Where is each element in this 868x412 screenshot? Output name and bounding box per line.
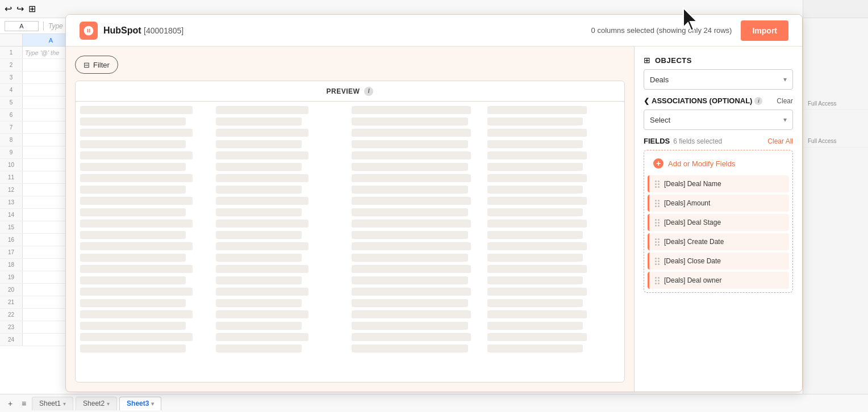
associations-dropdown[interactable]: Select ▾ <box>644 110 793 130</box>
cell-reference[interactable]: A <box>5 21 39 31</box>
preview-label-bar: PREVIEW i <box>76 81 624 102</box>
field-label-create-date: [Deals] Create Date <box>664 238 783 246</box>
objects-title: OBJECTS <box>655 56 692 65</box>
row-number: 1 <box>0 47 23 58</box>
preview-skeleton <box>487 265 587 273</box>
preview-skeleton <box>80 231 186 239</box>
preview-skeleton <box>216 265 308 273</box>
filter-bar: ⊟ Filter <box>75 56 625 74</box>
preview-skeleton <box>80 276 186 284</box>
preview-skeleton <box>216 333 308 341</box>
undo-icon[interactable]: ↩ <box>5 3 12 14</box>
tab-sheet2[interactable]: Sheet2 ▾ <box>76 397 117 410</box>
drag-handle-deal-owner[interactable] <box>655 277 660 284</box>
add-icon: + <box>653 158 663 169</box>
row-number: 3 <box>0 72 23 83</box>
objects-dropdown-value: Deals <box>650 75 669 84</box>
field-label-close-date: [Deals] Close Date <box>664 257 783 265</box>
preview-skeleton <box>216 117 302 125</box>
preview-skeleton <box>80 322 186 330</box>
grid-icon[interactable]: ⊞ <box>28 3 36 14</box>
associations-section: ❮ ASSOCIATIONS (OPTIONAL) i Clear Select… <box>644 96 793 130</box>
associations-info-icon[interactable]: i <box>754 97 762 105</box>
fields-clear-all-link[interactable]: Clear All <box>767 137 793 145</box>
preview-info-icon[interactable]: i <box>364 87 373 96</box>
drag-handle-create-date[interactable] <box>655 238 660 246</box>
row-number: 13 <box>0 196 23 208</box>
preview-skeleton <box>352 140 468 148</box>
columns-info: 0 columns selected (showing only 24 rows… <box>591 26 732 35</box>
preview-skeleton <box>216 163 302 171</box>
preview-skeleton <box>80 254 186 262</box>
row-number: 22 <box>0 309 23 321</box>
add-sheet-button[interactable]: + <box>5 398 16 409</box>
objects-dropdown-arrow: ▾ <box>783 75 787 83</box>
preview-skeleton <box>80 174 193 182</box>
preview-skeleton <box>352 106 471 114</box>
associations-title: ❮ ASSOCIATIONS (OPTIONAL) i <box>644 96 762 105</box>
row-number: 6 <box>0 109 23 121</box>
redo-icon[interactable]: ↪ <box>16 3 24 14</box>
field-label-deal-stage: [Deals] Deal Stage <box>664 218 783 226</box>
associations-clear-link[interactable]: Clear <box>777 97 793 105</box>
preview-skeleton <box>80 288 193 296</box>
logo-area: HubSpot [40001805] <box>80 22 183 40</box>
right-panel-items: Full Access Full Access <box>803 18 868 148</box>
preview-skeleton <box>487 220 587 228</box>
preview-skeleton <box>80 310 193 318</box>
row-number: 5 <box>0 96 23 108</box>
preview-skeleton <box>216 208 302 216</box>
preview-skeleton <box>80 152 193 159</box>
right-panel-item-1: Full Access <box>803 98 868 110</box>
import-button[interactable]: Import <box>741 20 788 41</box>
preview-skeleton <box>487 174 587 182</box>
field-item-deal-stage: [Deals] Deal Stage <box>648 214 789 231</box>
associations-dropdown-arrow: ▾ <box>783 116 787 124</box>
preview-skeleton <box>352 276 468 284</box>
preview-skeleton <box>352 310 471 318</box>
preview-skeleton <box>487 254 583 262</box>
preview-skeleton <box>80 117 186 125</box>
drag-handle-amount[interactable] <box>655 200 660 207</box>
preview-skeleton <box>216 344 302 352</box>
drag-handle-deal-name[interactable] <box>655 180 660 188</box>
fields-section: FIELDS 6 fields selected Clear All + Add… <box>644 137 793 293</box>
field-label-amount: [Deals] Amount <box>664 199 783 207</box>
preview-skeleton <box>216 242 308 250</box>
preview-skeleton <box>352 174 471 182</box>
field-item-create-date: [Deals] Create Date <box>648 233 789 250</box>
sidebar: ⊞ OBJECTS Deals ▾ ❮ ASSOCIATIONS (OPTION… <box>634 47 802 392</box>
field-item-deal-owner: [Deals] Deal owner <box>648 272 789 289</box>
fields-list: + Add or Modify Fields [Deals] Deal Name <box>644 150 793 293</box>
add-modify-fields-button[interactable]: + Add or Modify Fields <box>648 154 789 173</box>
row-number: 19 <box>0 271 23 283</box>
preview-skeleton <box>216 106 308 114</box>
row-number: 2 <box>0 59 23 71</box>
field-item-close-date: [Deals] Close Date <box>648 253 789 270</box>
preview-skeleton <box>487 197 587 205</box>
tab-sheet3-arrow: ▾ <box>151 401 154 407</box>
preview-skeleton <box>352 344 468 352</box>
drag-handle-deal-stage[interactable] <box>655 219 660 226</box>
preview-skeleton <box>352 333 471 341</box>
drag-handle-close-date[interactable] <box>655 258 660 265</box>
add-field-label: Add or Modify Fields <box>668 159 736 168</box>
preview-skeleton <box>487 140 583 148</box>
objects-dropdown[interactable]: Deals ▾ <box>644 69 793 90</box>
preview-skeleton <box>352 129 471 137</box>
right-panel-item-2: Full Access <box>803 135 868 148</box>
row-number: 4 <box>0 84 23 96</box>
row-num-col-header <box>0 34 23 46</box>
preview-skeleton <box>216 231 302 239</box>
tab-sheet3[interactable]: Sheet3 ▾ <box>119 397 161 410</box>
tab-sheet1[interactable]: Sheet1 ▾ <box>32 397 73 410</box>
preview-skeleton <box>80 344 186 352</box>
preview-skeleton <box>216 254 302 262</box>
dialog-header: HubSpot [40001805] 0 columns selected (s… <box>66 15 802 47</box>
preview-skeleton <box>216 288 308 296</box>
preview-skeleton <box>352 242 471 250</box>
sheets-menu-button[interactable]: ≡ <box>18 398 30 409</box>
filter-button[interactable]: ⊟ Filter <box>75 56 118 74</box>
row-number: 11 <box>0 171 23 183</box>
dialog-body: ⊟ Filter PREVIEW i ⊞ OBJECTS <box>66 47 802 392</box>
